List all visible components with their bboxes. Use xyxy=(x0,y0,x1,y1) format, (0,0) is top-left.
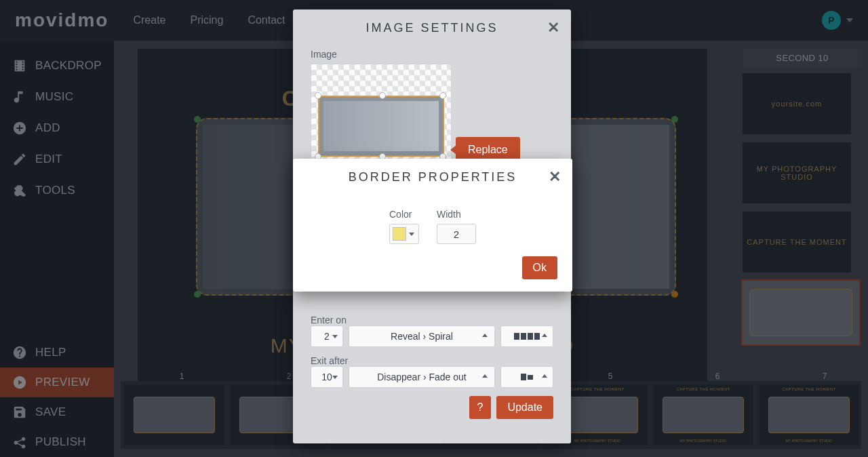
help-button[interactable]: ? xyxy=(469,396,492,419)
close-icon[interactable]: ✕ xyxy=(547,19,561,37)
border-color-label: Color xyxy=(389,209,412,220)
modal-title: BORDER PROPERTIES ✕ xyxy=(293,159,572,195)
exit-after-label: Exit after xyxy=(311,355,553,366)
border-width-input[interactable] xyxy=(437,224,476,244)
border-properties-modal: BORDER PROPERTIES ✕ Color Width Ok xyxy=(293,159,572,292)
enter-on-label: Enter on xyxy=(311,315,553,325)
update-button[interactable]: Update xyxy=(496,396,553,419)
modal-title: IMAGE SETTINGS ✕ xyxy=(293,9,571,46)
crop-handle-icon[interactable] xyxy=(379,92,386,99)
border-width-label: Width xyxy=(437,209,461,220)
image-crop-region[interactable] xyxy=(318,96,444,157)
image-label: Image xyxy=(311,49,553,60)
color-swatch-icon xyxy=(393,227,406,241)
crop-handle-icon[interactable] xyxy=(439,92,446,99)
exit-speed-select[interactable] xyxy=(500,366,553,388)
enter-speed-select[interactable] xyxy=(500,325,553,347)
exit-after-second-select[interactable]: 10 xyxy=(311,366,343,388)
ok-button[interactable]: Ok xyxy=(522,256,557,279)
border-color-select[interactable] xyxy=(389,224,419,244)
enter-effect-select[interactable]: Reveal › Spiral xyxy=(349,325,495,347)
close-icon[interactable]: ✕ xyxy=(549,168,563,186)
crop-handle-icon[interactable] xyxy=(315,92,321,99)
enter-on-second-select[interactable]: 2 xyxy=(311,325,343,347)
exit-effect-select[interactable]: Disappear › Fade out xyxy=(349,366,495,388)
